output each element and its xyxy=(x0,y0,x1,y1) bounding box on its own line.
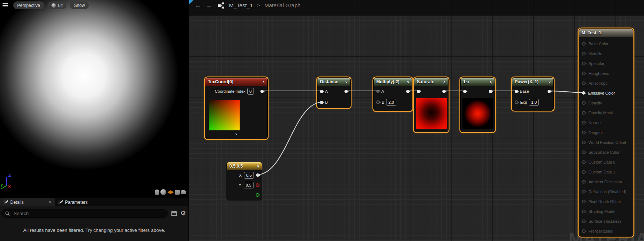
input-pin[interactable] xyxy=(463,90,466,93)
tab-parameters[interactable]: Parameters xyxy=(55,198,91,206)
x-label: X xyxy=(239,173,241,177)
chevron-up-icon[interactable]: ∧ xyxy=(262,80,265,84)
node-distance-header[interactable]: Distance ∨ xyxy=(317,78,350,86)
node-one-minus-x[interactable]: 1-x ∧ xyxy=(460,77,495,132)
input-pin[interactable] xyxy=(582,81,586,85)
b-default-value[interactable]: 2.0 xyxy=(386,99,396,106)
input-pin-b[interactable] xyxy=(320,101,323,104)
material-output-header[interactable]: M_Test_1 xyxy=(579,29,633,37)
output-pin-g[interactable] xyxy=(256,193,259,197)
pin-row-subsurface-color: Subsurface Color xyxy=(579,147,633,157)
output-pin[interactable] xyxy=(344,90,348,93)
input-pin[interactable] xyxy=(582,200,586,203)
b-row: B 2.0 xyxy=(374,97,412,108)
input-pin[interactable] xyxy=(582,219,586,223)
output-pin-r[interactable] xyxy=(256,183,259,187)
pin-label: Surface Thickness xyxy=(588,219,621,223)
node-texcoord-header[interactable]: TexCoord[0] ∧ xyxy=(205,78,267,86)
teapot-shape-icon[interactable] xyxy=(181,190,186,194)
a-row: A xyxy=(317,86,350,97)
input-pin-a[interactable] xyxy=(320,90,323,93)
input-pin[interactable] xyxy=(582,170,586,174)
input-pin[interactable] xyxy=(582,52,586,56)
forward-arrow-icon[interactable]: → xyxy=(205,2,212,9)
input-pin[interactable] xyxy=(582,160,586,164)
node-multiply[interactable]: Multiply(,2) ∨ A B 2.0 xyxy=(373,77,412,111)
coordinate-index-value[interactable]: 0 xyxy=(247,88,254,95)
output-pin[interactable] xyxy=(406,90,409,93)
input-pin[interactable] xyxy=(582,72,586,75)
output-pin[interactable] xyxy=(442,90,446,93)
perspective-button[interactable]: Perspective xyxy=(13,1,44,9)
input-pin[interactable] xyxy=(582,131,586,134)
output-pin[interactable] xyxy=(548,90,551,93)
chevron-up-icon[interactable]: ∧ xyxy=(443,80,446,84)
exp-default-value[interactable]: 1.0 xyxy=(529,99,539,106)
view-options-icon[interactable] xyxy=(171,211,177,216)
search-input[interactable] xyxy=(13,210,164,217)
close-icon[interactable]: × xyxy=(49,199,52,205)
node-power[interactable]: Power(X, 1) ∨ Base Exp 1.0 xyxy=(512,77,554,111)
input-pin[interactable] xyxy=(582,229,586,233)
back-arrow-icon[interactable]: ← xyxy=(195,2,201,9)
gear-icon[interactable]: ⚙ xyxy=(180,210,186,217)
node-constant2-header[interactable]: 0.5,0.5 ∨ xyxy=(227,162,262,170)
chevron-down-icon[interactable]: ∨ xyxy=(345,80,348,84)
chevron-down-icon[interactable]: ∨ xyxy=(407,80,409,84)
input-pin[interactable] xyxy=(582,190,586,194)
y-value[interactable]: 0.5 xyxy=(244,182,254,188)
input-pin[interactable] xyxy=(582,42,586,46)
viewport-menu-icon[interactable] xyxy=(3,3,8,7)
plane-shape-icon-selected[interactable] xyxy=(167,190,174,194)
node-texcoord[interactable]: TexCoord[0] ∧ Coordinate Index 0 ∨ xyxy=(205,77,268,139)
input-pin-base[interactable] xyxy=(515,90,518,93)
node-constant2vector[interactable]: 0.5,0.5 ∨ X 0.5 Y 0.5 xyxy=(226,162,262,200)
input-pin-connected[interactable] xyxy=(582,91,585,95)
input-pin[interactable] xyxy=(582,121,586,125)
pin-row xyxy=(461,86,495,97)
node-title: TexCoord[0] xyxy=(208,79,261,84)
input-pin-exp[interactable] xyxy=(515,100,518,104)
node-power-header[interactable]: Power(X, 1) ∨ xyxy=(512,78,553,86)
output-pin-xy[interactable] xyxy=(256,173,259,177)
node-distance[interactable]: Distance ∨ A B xyxy=(317,77,351,108)
sphere-shape-icon[interactable] xyxy=(160,189,166,195)
search-box[interactable] xyxy=(1,209,168,218)
chevron-down-icon[interactable]: ∨ xyxy=(205,131,267,137)
cylinder-shape-icon[interactable] xyxy=(155,190,159,195)
node-material-output[interactable]: M_Test_1 Base Color Metallic Specular Ro… xyxy=(579,28,633,237)
input-pin[interactable] xyxy=(582,150,586,154)
cube-shape-icon[interactable] xyxy=(175,190,180,195)
chevron-down-icon[interactable]: ∨ xyxy=(257,164,259,168)
breadcrumb-graph-name[interactable]: Material Graph xyxy=(264,2,301,8)
lit-mode-button[interactable]: Lit xyxy=(47,1,67,9)
pin-row-normal: Normal xyxy=(579,118,633,127)
input-pin[interactable] xyxy=(582,111,586,115)
input-pin-a[interactable] xyxy=(376,90,380,93)
chevron-down-icon[interactable]: ∨ xyxy=(548,80,551,84)
material-preview-viewport[interactable]: Perspective Lit Show Z Y X xyxy=(0,0,188,198)
input-pin[interactable] xyxy=(582,210,586,213)
show-button[interactable]: Show xyxy=(70,1,89,9)
input-pin[interactable] xyxy=(417,90,420,93)
tab-details[interactable]: Details × xyxy=(0,198,55,206)
node-oneminusx-header[interactable]: 1-x ∧ xyxy=(461,78,495,86)
perspective-label: Perspective xyxy=(17,3,40,8)
node-saturate-header[interactable]: Saturate ∧ xyxy=(414,78,448,86)
input-pin[interactable] xyxy=(582,101,586,105)
input-pin[interactable] xyxy=(582,62,586,65)
chevron-up-icon[interactable]: ∧ xyxy=(489,80,492,84)
input-pin[interactable] xyxy=(582,141,586,144)
output-pin[interactable] xyxy=(489,90,492,93)
x-value[interactable]: 0.5 xyxy=(244,172,254,179)
tab-details-label: Details xyxy=(10,200,24,205)
input-pin-b[interactable] xyxy=(376,100,380,104)
a-row: A xyxy=(374,86,412,97)
breadcrumb-material-name[interactable]: M_Test_1 xyxy=(229,2,253,8)
output-pin[interactable] xyxy=(260,90,264,93)
input-pin[interactable] xyxy=(582,180,586,184)
node-multiply-header[interactable]: Multiply(,2) ∨ xyxy=(374,78,412,86)
pin-label: Shading Model xyxy=(588,209,615,214)
exp-row: Exp 1.0 xyxy=(512,97,553,108)
node-saturate[interactable]: Saturate ∧ xyxy=(414,77,449,132)
